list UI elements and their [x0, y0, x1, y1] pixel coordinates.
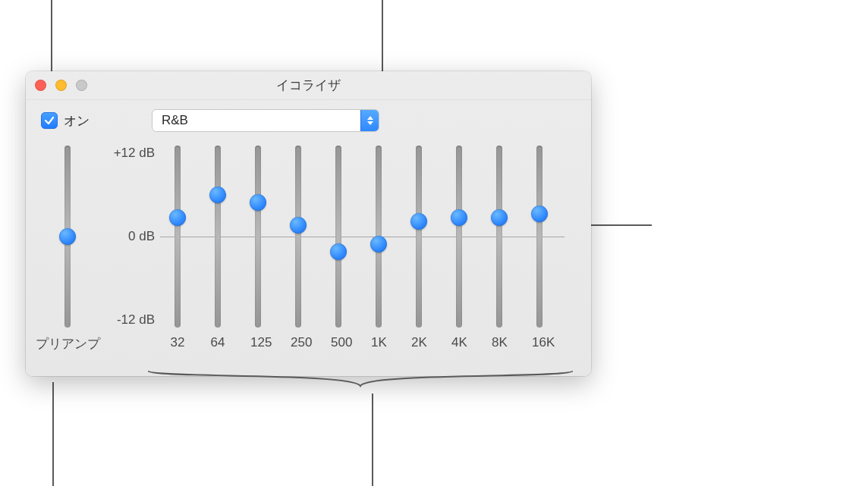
band-slider-thumb[interactable] — [169, 209, 186, 226]
titlebar: イコライザ — [26, 71, 591, 100]
traffic-lights — [35, 80, 87, 91]
band-label: 1K — [371, 335, 386, 350]
chevron-down-icon — [367, 121, 373, 125]
band-slider[interactable] — [376, 146, 382, 328]
band-label: 64 — [210, 335, 225, 350]
bands-row — [170, 146, 576, 328]
preamp-slider-thumb[interactable] — [59, 228, 76, 245]
eq-bands: 32 64 125 250 500 1K 2K 4K 8K 16K — [170, 146, 576, 358]
band-slider[interactable] — [536, 146, 542, 328]
band-slider-thumb[interactable] — [330, 243, 347, 260]
close-button[interactable] — [35, 80, 46, 91]
eq-area: プリアンプ +12 dB 0 dB -12 dB — [41, 146, 576, 373]
band-slider[interactable] — [255, 146, 261, 328]
band-label: 500 — [331, 335, 346, 350]
controls-row: オン R&B — [26, 100, 591, 132]
band-label: 8K — [492, 335, 507, 350]
band-slider[interactable] — [295, 146, 301, 328]
bands-labels: 32 64 125 250 500 1K 2K 4K 8K 16K — [170, 328, 576, 350]
db-label-top: +12 dB — [114, 146, 155, 161]
check-icon — [44, 115, 55, 126]
preamp-column: プリアンプ — [52, 146, 83, 353]
band-slider[interactable] — [175, 146, 181, 328]
bands-brace-icon — [148, 371, 573, 387]
db-label-bot: -12 dB — [117, 312, 155, 328]
minimize-button[interactable] — [55, 80, 67, 91]
band-label: 125 — [250, 335, 266, 350]
preset-select[interactable]: R&B — [152, 109, 379, 132]
on-checkbox-wrap: オン — [41, 112, 90, 130]
window-title: イコライザ — [26, 77, 591, 94]
band-label: 2K — [411, 335, 426, 350]
on-checkbox[interactable] — [41, 112, 58, 129]
band-label: 4K — [451, 335, 467, 350]
band-slider[interactable] — [416, 146, 422, 328]
band-label: 250 — [291, 335, 306, 350]
band-slider[interactable] — [456, 146, 462, 328]
preset-selected-label: R&B — [162, 113, 188, 128]
maximize-button[interactable] — [76, 80, 87, 91]
band-slider-thumb[interactable] — [451, 209, 467, 226]
on-checkbox-label: オン — [64, 112, 90, 130]
chevron-up-icon — [367, 116, 373, 120]
preamp-label: プリアンプ — [36, 335, 100, 353]
band-label: 32 — [170, 335, 185, 350]
band-label: 16K — [532, 335, 547, 350]
db-scale-labels: +12 dB 0 dB -12 dB — [86, 146, 155, 328]
band-slider-thumb[interactable] — [290, 217, 307, 234]
db-label-mid: 0 dB — [128, 229, 155, 244]
band-slider-thumb[interactable] — [370, 236, 387, 252]
band-slider-thumb[interactable] — [209, 187, 226, 203]
band-slider-thumb[interactable] — [531, 205, 548, 222]
preset-dropdown-button[interactable] — [360, 110, 379, 131]
band-slider-thumb[interactable] — [491, 209, 508, 226]
band-slider[interactable] — [496, 146, 502, 328]
callout-line — [372, 394, 373, 486]
preamp-slider[interactable] — [64, 146, 71, 328]
equalizer-window: イコライザ オン R&B プリアンプ +12 dB — [26, 71, 591, 376]
band-slider[interactable] — [335, 146, 341, 328]
callout-line — [52, 382, 54, 486]
band-slider-thumb[interactable] — [410, 213, 427, 230]
band-slider[interactable] — [215, 146, 221, 328]
callout-line — [583, 224, 652, 226]
band-slider-thumb[interactable] — [250, 194, 266, 211]
